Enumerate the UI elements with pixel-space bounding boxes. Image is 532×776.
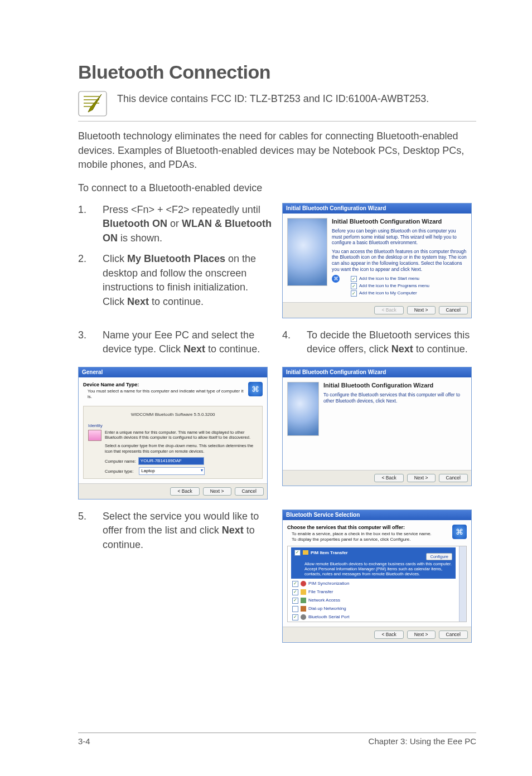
back-button: < Back [374,306,403,314]
phone-icon [301,606,306,612]
step-text: Click My Bluetooth Places on the desktop… [103,252,272,309]
cancel-button[interactable]: Cancel [439,306,468,314]
computer-name-input[interactable]: YOUR-7B14189DAF [138,457,204,465]
wizard3-heading: Device Name and Type: [83,382,248,388]
page-number: 3-4 [78,736,90,746]
next-button[interactable]: Next > [407,474,436,482]
service-desc: Allow remote Bluetooth devices to exchan… [294,560,452,576]
back-button[interactable]: < Back [374,474,403,482]
step-5: 5. Select the service you would like to … [78,510,272,552]
card-icon [303,550,308,555]
service-dialup[interactable]: Dial-up Networking [288,605,459,613]
network-icon [301,598,306,603]
scrollbar[interactable] [459,546,466,622]
next-button[interactable]: Next > [407,630,436,639]
step-2: 2. Click My Bluetooth Places on the desk… [78,252,272,309]
step-num: 4. [282,328,298,357]
step-4: 4. To decide the Bluetooth services this… [282,328,476,357]
serial-icon [301,614,306,620]
computer-type-select[interactable]: Laptop [139,467,205,475]
cancel-button[interactable]: Cancel [235,487,264,496]
step-text: Press <Fn> + <F2> repeatedly until Bluet… [103,203,272,246]
wizard1-text: Before you can begin using Bluetooth on … [332,228,467,246]
wizard4-heading: Initial Bluetooth Configuration Wizard [323,382,467,390]
identity-text: Enter a unique name for this computer. T… [105,430,258,440]
step-num: 5. [78,510,94,552]
service-pim-sync[interactable]: ✓PIM Synchronization [288,580,459,588]
computer-name-label: Computer name: [105,459,136,464]
wizard4-dialog: Initial Bluetooth Configuration Wizard I… [282,367,472,486]
wizard4-titlebar: Initial Bluetooth Configuration Wizard [283,367,471,378]
wizard3-sub: You must select a name for this computer… [88,389,248,400]
note-box: This device contains FCC ID: TLZ-BT253 a… [78,91,476,122]
identity-label: Identity [88,423,258,429]
computer-icon [88,430,101,441]
back-button[interactable]: < Back [374,630,403,639]
next-button[interactable]: Next > [203,487,231,496]
step-text: Select the service you would like to off… [103,510,272,552]
step-3: 3. Name your Eee PC and select the devic… [78,328,272,357]
bluetooth-icon: ⌘ [332,275,340,283]
checkbox-my-computer[interactable]: ✓Add the icon to My Computer [351,290,467,297]
wizard5-sub: To enable a service, place a check in th… [292,531,432,537]
wizard1-text: You can access the Bluetooth features on… [332,249,467,273]
step-1: 1. Press <Fn> + <F2> repeatedly until Bl… [78,203,272,246]
wizard3-titlebar: General [79,367,267,378]
cancel-button[interactable]: Cancel [439,630,468,639]
software-version: WIDCOMM Bluetooth Software 5.5.0.3200 [88,410,258,423]
wizard4-text: To configure the Bluetooth services that… [323,392,467,404]
bluetooth-logo-icon: ⌘ [452,525,467,539]
intro-paragraph: Bluetooth technology eliminates the need… [78,129,476,172]
checkbox-start-menu[interactable]: ✓Add the icon to the Start menu [351,276,467,282]
bluetooth-logo-icon: ⌘ [248,382,263,396]
service-file-transfer[interactable]: ✓File Transfer [288,588,459,596]
wizard5-heading: Choose the services that this computer w… [287,525,432,531]
service-selected[interactable]: ✓PIM Item Transfer Configure Allow remot… [291,547,456,579]
wizard1-dialog: Initial Bluetooth Configuration Wizard I… [282,203,472,318]
chapter-label: Chapter 3: Using the Eee PC [369,736,476,746]
step-num: 1. [78,203,94,246]
service-serial-port[interactable]: ✓Bluetooth Serial Port [288,613,459,622]
sync-icon [301,581,306,586]
wizard5-sub: To display the properties panel for a se… [292,537,432,542]
wizard5-titlebar: Bluetooth Service Selection [283,510,471,521]
step-text: To decide the Bluetooth services this de… [307,328,476,357]
step-num: 3. [78,328,94,357]
step-num: 2. [78,252,94,309]
wizard3-dialog: General Device Name and Type: You must s… [78,367,268,499]
note-text: This device contains FCC ID: TLZ-BT253 a… [117,91,429,105]
identity-text: Select a computer type from the drop-dow… [105,443,258,454]
back-button[interactable]: < Back [170,487,199,496]
svg-rect-0 [79,91,107,116]
next-button[interactable]: Next > [407,306,436,314]
computer-type-label: Computer type: [105,469,133,474]
globe-graphic [287,218,327,286]
cancel-button[interactable]: Cancel [439,474,468,482]
wizard1-heading: Initial Bluetooth Configuration Wizard [332,218,467,226]
page-title: Bluetooth Connection [78,61,476,83]
step-text: Name your Eee PC and select the device t… [103,328,272,357]
globe-graphic [287,382,319,436]
folder-icon [301,589,306,595]
configure-button[interactable]: Configure [426,553,452,560]
checkbox-programs-menu[interactable]: ✓Add the icon to the Programs menu [351,283,467,289]
note-icon [78,91,107,117]
wizard1-titlebar: Initial Bluetooth Configuration Wizard [283,203,471,214]
service-network-access[interactable]: ✓Network Access [288,596,459,605]
wizard5-dialog: Bluetooth Service Selection Choose the s… [282,510,472,643]
lead-line: To connect to a Bluetooth-enabled device [78,182,476,194]
